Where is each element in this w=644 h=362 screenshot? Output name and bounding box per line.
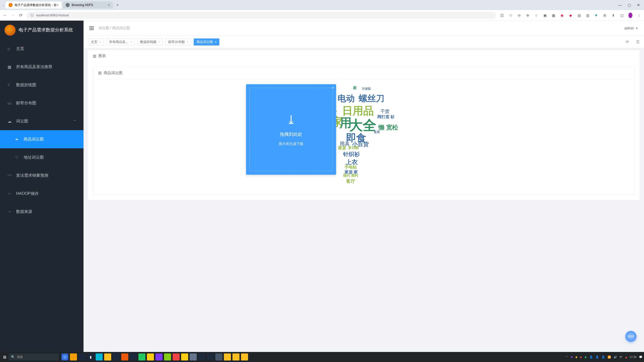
taskbar-app-icon[interactable] bbox=[181, 353, 188, 360]
refresh-icon[interactable]: ⟳ bbox=[626, 39, 629, 44]
taskbar-app-icon[interactable]: ▮ bbox=[87, 353, 94, 360]
reload-button[interactable]: ⟳ bbox=[19, 13, 22, 18]
ext-icon[interactable]: ▤ bbox=[577, 13, 581, 17]
sidebar-item-product-cloud[interactable]: ❧ 商品词云图 bbox=[0, 130, 84, 148]
ext-icon[interactable]: ▦ bbox=[551, 13, 555, 17]
taskbar-app-icon[interactable] bbox=[155, 353, 163, 360]
close-window-icon[interactable]: ✕ bbox=[637, 3, 640, 7]
taskbar-app-icon[interactable] bbox=[70, 353, 77, 360]
taskbar-app-icon[interactable] bbox=[224, 353, 231, 360]
clock[interactable]: 17:26 bbox=[629, 355, 636, 358]
tray-icon[interactable]: ⌃ bbox=[566, 355, 568, 359]
breadcrumb-a[interactable]: 词云图 bbox=[99, 26, 109, 30]
url-input[interactable]: ⓘ localhost:8081/#/cloud bbox=[26, 12, 496, 19]
taskbar-app-icon[interactable] bbox=[121, 353, 128, 360]
taskbar-app-icon[interactable] bbox=[138, 353, 145, 360]
close-icon[interactable]: × bbox=[215, 40, 217, 44]
translate-icon[interactable]: ⚇ bbox=[509, 13, 513, 17]
close-icon[interactable]: × bbox=[57, 3, 59, 7]
new-tab-button[interactable]: + bbox=[114, 3, 121, 7]
tab-home[interactable]: 主页× bbox=[88, 38, 104, 46]
taskbar-app-icon[interactable] bbox=[190, 353, 197, 360]
taskbar-search[interactable]: 🔍 搜索 bbox=[9, 353, 59, 360]
forward-button[interactable]: → bbox=[11, 13, 15, 18]
tray-icon[interactable]: 👤 bbox=[595, 355, 599, 359]
sidebar-item-hadoop[interactable]: ← HAOOP储存 bbox=[0, 185, 84, 203]
taskbar-app-icon[interactable] bbox=[241, 353, 248, 360]
close-icon[interactable]: × bbox=[130, 40, 132, 44]
sidebar-item-products[interactable]: ▦ 所有商品及算法推荐 bbox=[0, 58, 84, 76]
taskbar-app-icon[interactable] bbox=[113, 353, 120, 360]
browser-tab-active[interactable]: 电子产品需求数据分析系统 - 首 × bbox=[6, 2, 62, 9]
taskbar-app-icon[interactable] bbox=[173, 353, 180, 360]
zoom-in-icon[interactable]: ⊕ bbox=[526, 13, 530, 17]
ext-icon[interactable]: ▣ bbox=[543, 13, 547, 17]
taskbar-app-icon[interactable] bbox=[198, 353, 205, 360]
browser-tab[interactable]: Browsing HDFS × bbox=[63, 2, 113, 9]
profile-avatar[interactable] bbox=[628, 13, 632, 18]
tray-icon[interactable]: 🔊 bbox=[614, 355, 617, 359]
inner-card-header: ▥ 商品词云图 bbox=[93, 67, 634, 79]
back-button[interactable]: ← bbox=[3, 13, 7, 18]
sidebar-item-home[interactable]: ⌂ 主页 bbox=[0, 40, 84, 58]
tray-icon[interactable]: ◉ bbox=[584, 355, 587, 359]
taskbar-app-icon[interactable] bbox=[232, 353, 239, 360]
maximize-icon[interactable]: ▢ bbox=[628, 3, 631, 7]
sidebar-item-line-chart[interactable]: ⑂ 数据折线图 bbox=[0, 76, 84, 94]
ext-icon[interactable]: ◉ bbox=[560, 13, 564, 17]
taskbar-app-icon[interactable] bbox=[215, 353, 222, 360]
extensions-icon[interactable]: ⊞ bbox=[603, 13, 607, 17]
notifications-icon[interactable]: 💬 bbox=[639, 355, 642, 359]
user-menu[interactable]: admin ▼ bbox=[624, 26, 638, 30]
zoom-out-icon[interactable]: ⊖ bbox=[517, 13, 521, 17]
ext-icon[interactable]: ▼ bbox=[594, 13, 598, 17]
inner-card-body: 电动螺丝刀日用品大全家用即食小百货用具家居多功能针织衫上衣手电钻家居 家现代 简… bbox=[93, 79, 634, 195]
taskbar-app-icon[interactable] bbox=[130, 353, 137, 360]
tray-icon[interactable]: ◆ bbox=[580, 355, 582, 359]
dropzone-overlay[interactable]: × ⤓ 拖拽到此处 图片将完成下载 bbox=[246, 84, 336, 175]
tab-mail[interactable]: 邮寄分布图× bbox=[166, 38, 191, 46]
star-icon[interactable]: ☆ bbox=[534, 13, 538, 17]
sidepanel-icon[interactable]: ◫ bbox=[620, 13, 624, 17]
ime-indicator[interactable]: 中 bbox=[620, 355, 622, 359]
taskbar-app-icon[interactable] bbox=[78, 353, 86, 360]
sidebar-item-wordcloud[interactable]: ☁ 词云图 ⌃ bbox=[0, 112, 84, 130]
close-icon[interactable]: × bbox=[187, 40, 188, 44]
taskbar-app-icon[interactable] bbox=[207, 353, 214, 360]
close-icon[interactable]: × bbox=[99, 40, 101, 44]
tab-line[interactable]: 数据折线图× bbox=[137, 38, 163, 46]
floating-timer[interactable]: 02:37 bbox=[625, 331, 636, 342]
breadcrumb-b[interactable]: 商品词云图 bbox=[112, 26, 130, 30]
tab-dropdown-icon[interactable]: ⌄ bbox=[2, 4, 4, 7]
tray-icon[interactable]: 👤 bbox=[589, 355, 593, 359]
ext-icon[interactable]: ▥ bbox=[586, 13, 590, 17]
start-button[interactable]: ⊞ bbox=[2, 354, 8, 360]
close-icon[interactable]: × bbox=[158, 40, 160, 44]
tab-product-cloud[interactable]: 商品词云图× bbox=[194, 38, 219, 46]
taskbar-app-icon[interactable] bbox=[61, 353, 68, 360]
sidebar-item-forecast[interactable]: 〰 算法需求销量预测 bbox=[0, 166, 84, 185]
close-icon[interactable]: × bbox=[332, 86, 334, 90]
tray-icon[interactable]: 📶 bbox=[608, 355, 611, 359]
tray-icon[interactable]: ◆ bbox=[575, 355, 577, 359]
tray-icon[interactable]: ❋ bbox=[571, 355, 573, 359]
key-icon[interactable]: ⚿ bbox=[500, 13, 504, 17]
taskbar-app-icon[interactable] bbox=[104, 353, 111, 360]
taskbar-app-icon[interactable] bbox=[147, 353, 154, 360]
tray-icon[interactable]: ◢ bbox=[625, 355, 627, 359]
taskbar-app-icon[interactable] bbox=[164, 353, 171, 360]
minimize-icon[interactable]: — bbox=[618, 3, 622, 7]
close-icon[interactable]: × bbox=[108, 3, 110, 7]
site-info-icon[interactable]: ⓘ bbox=[30, 13, 34, 18]
download-icon[interactable]: ⬇ bbox=[611, 13, 615, 17]
settings-icon[interactable]: ☰ bbox=[636, 39, 639, 44]
sidebar-item-mail-dist[interactable]: ▭ 邮寄分布图 bbox=[0, 94, 84, 112]
sidebar-item-datasource[interactable]: → 数据来源 bbox=[0, 203, 84, 221]
menu-icon[interactable]: ⋮ bbox=[637, 13, 641, 17]
taskbar-app-icon[interactable] bbox=[96, 353, 103, 360]
sidebar-item-address-cloud[interactable]: ♡ 地址词云图 bbox=[0, 148, 84, 166]
tray-icon[interactable]: 👤 bbox=[601, 355, 605, 359]
ext-icon[interactable]: ◆ bbox=[569, 13, 573, 17]
apps-icon[interactable] bbox=[90, 26, 94, 30]
tab-products[interactable]: 所有商品及...× bbox=[106, 38, 135, 46]
